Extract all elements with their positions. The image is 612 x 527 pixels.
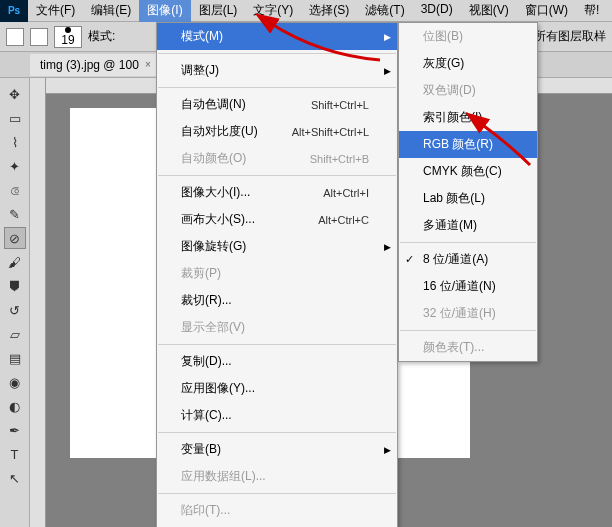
shortcut-label: Shift+Ctrl+B [310,153,369,165]
mode-16bit[interactable]: 16 位/通道(N) [399,273,537,300]
mode-8bit[interactable]: ✓ 8 位/通道(A) [399,246,537,273]
mode-label: 模式: [88,28,115,45]
menu-trap: 陷印(T)... [157,497,397,524]
eyedropper-tool[interactable]: ✎ [4,203,26,225]
mode-32bit: 32 位/通道(H) [399,300,537,327]
marquee-tool[interactable]: ▭ [4,107,26,129]
dodge-tool[interactable]: ◐ [4,395,26,417]
menu-3d[interactable]: 3D(D) [413,0,461,22]
shortcut-label: Alt+Shift+Ctrl+L [292,126,369,138]
menu-adjustments-label: 调整(J) [181,62,219,79]
brush-preview-icon[interactable] [30,28,48,46]
brush-size-picker[interactable]: 19 [54,26,82,48]
separator [400,242,536,243]
mode-grayscale-label: 灰度(G) [423,55,464,72]
separator [158,175,396,176]
shortcut-label: Alt+Ctrl+C [318,214,369,226]
mode-lab-label: Lab 颜色(L) [423,190,485,207]
mode-rgb-label: RGB 颜色(R) [423,136,493,153]
separator [158,53,396,54]
history-brush-tool[interactable]: ↺ [4,299,26,321]
crop-tool[interactable]: ⟃ [4,179,26,201]
mode-lab[interactable]: Lab 颜色(L) [399,185,537,212]
menu-auto-contrast[interactable]: 自动对比度(U) Alt+Shift+Ctrl+L [157,118,397,145]
mode-16bit-label: 16 位/通道(N) [423,278,496,295]
mode-bitmap-label: 位图(B) [423,28,463,45]
mode-cmyk[interactable]: CMYK 颜色(C) [399,158,537,185]
menu-apply-dataset: 应用数据组(L)... [157,463,397,490]
submenu-arrow-icon: ▶ [384,32,391,42]
menu-apply-image[interactable]: 应用图像(Y)... [157,375,397,402]
menu-edit[interactable]: 编辑(E) [83,0,139,22]
menu-apply-dataset-label: 应用数据组(L)... [181,468,266,485]
menu-reveal-all-label: 显示全部(V) [181,319,245,336]
menu-window[interactable]: 窗口(W) [517,0,576,22]
gradient-tool[interactable]: ▤ [4,347,26,369]
type-tool[interactable]: T [4,443,26,465]
menu-view[interactable]: 视图(V) [461,0,517,22]
menu-calculations[interactable]: 计算(C)... [157,402,397,429]
wand-tool[interactable]: ✦ [4,155,26,177]
menu-image-size-label: 图像大小(I)... [181,184,250,201]
shortcut-label: Alt+Ctrl+I [323,187,369,199]
menu-image-size[interactable]: 图像大小(I)... Alt+Ctrl+I [157,179,397,206]
image-menu-dropdown: 模式(M) ▶ 调整(J) ▶ 自动色调(N) Shift+Ctrl+L 自动对… [156,22,398,527]
stamp-tool[interactable]: ⛊ [4,275,26,297]
document-tab-title: timg (3).jpg @ 100 [40,58,139,72]
mode-32bit-label: 32 位/通道(H) [423,305,496,322]
mode-color-table: 颜色表(T)... [399,334,537,361]
blur-tool[interactable]: ◉ [4,371,26,393]
mode-indexed[interactable]: 索引颜色(I) [399,104,537,131]
menu-auto-contrast-label: 自动对比度(U) [181,123,258,140]
mode-duotone: 双色调(D) [399,77,537,104]
submenu-arrow-icon: ▶ [384,445,391,455]
eraser-tool[interactable]: ▱ [4,323,26,345]
path-tool[interactable]: ↖ [4,467,26,489]
menu-image-rotation[interactable]: 图像旋转(G) ▶ [157,233,397,260]
close-icon[interactable]: × [145,59,151,70]
mode-multichannel-label: 多通道(M) [423,217,477,234]
mode-submenu: 位图(B) 灰度(G) 双色调(D) 索引颜色(I) RGB 颜色(R) CMY… [398,22,538,362]
menu-file[interactable]: 文件(F) [28,0,83,22]
menu-trim-label: 裁切(R)... [181,292,232,309]
menu-layer[interactable]: 图层(L) [191,0,246,22]
tool-preset-icon[interactable] [6,28,24,46]
menu-apply-image-label: 应用图像(Y)... [181,380,255,397]
healing-tool[interactable]: ⊘ [4,227,26,249]
menu-mode-label: 模式(M) [181,28,223,45]
menu-calculations-label: 计算(C)... [181,407,232,424]
menu-filter[interactable]: 滤镜(T) [357,0,412,22]
menu-auto-tone[interactable]: 自动色调(N) Shift+Ctrl+L [157,91,397,118]
mode-indexed-label: 索引颜色(I) [423,109,482,126]
menu-image[interactable]: 图像(I) [139,0,190,22]
menu-canvas-size[interactable]: 画布大小(S)... Alt+Ctrl+C [157,206,397,233]
mode-duotone-label: 双色调(D) [423,82,476,99]
menu-adjustments[interactable]: 调整(J) ▶ [157,57,397,84]
menu-select[interactable]: 选择(S) [301,0,357,22]
menu-duplicate[interactable]: 复制(D)... [157,348,397,375]
menu-duplicate-label: 复制(D)... [181,353,232,370]
mode-rgb[interactable]: RGB 颜色(R) [399,131,537,158]
menu-trim[interactable]: 裁切(R)... [157,287,397,314]
menu-auto-color-label: 自动颜色(O) [181,150,246,167]
menu-reveal-all: 显示全部(V) [157,314,397,341]
separator [400,330,536,331]
separator [158,493,396,494]
move-tool[interactable]: ✥ [4,83,26,105]
lasso-tool[interactable]: ⌇ [4,131,26,153]
mode-cmyk-label: CMYK 颜色(C) [423,163,502,180]
mode-grayscale[interactable]: 灰度(G) [399,50,537,77]
menu-image-rotation-label: 图像旋转(G) [181,238,246,255]
document-tab[interactable]: timg (3).jpg @ 100 × [30,54,162,76]
brush-tool[interactable]: 🖌 [4,251,26,273]
pen-tool[interactable]: ✒ [4,419,26,441]
menu-variables[interactable]: 变量(B) ▶ [157,436,397,463]
mode-multichannel[interactable]: 多通道(M) [399,212,537,239]
menu-mode[interactable]: 模式(M) ▶ [157,23,397,50]
shortcut-label: Shift+Ctrl+L [311,99,369,111]
check-icon: ✓ [405,253,414,266]
menu-auto-tone-label: 自动色调(N) [181,96,246,113]
menu-type[interactable]: 文字(Y) [245,0,301,22]
menu-canvas-size-label: 画布大小(S)... [181,211,255,228]
menu-help[interactable]: 帮! [576,0,607,22]
